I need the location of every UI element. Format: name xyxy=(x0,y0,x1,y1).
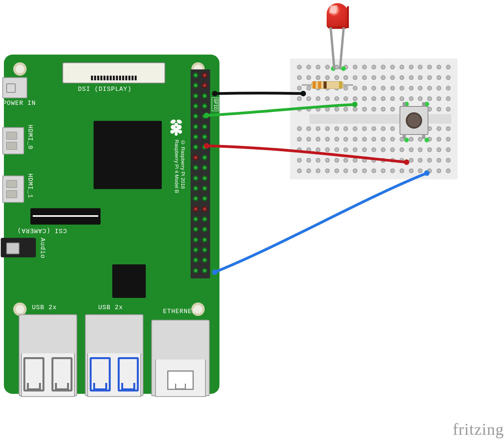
breadboard-hole xyxy=(362,96,367,101)
breadboard-hole xyxy=(362,65,367,69)
svg-point-8 xyxy=(175,133,178,136)
breadboard-hole xyxy=(306,137,311,142)
svg-point-7 xyxy=(178,130,182,134)
breadboard-hole xyxy=(306,147,311,152)
breadboard-hole xyxy=(316,65,320,69)
breadboard-hole xyxy=(362,147,367,152)
breadboard-hole xyxy=(306,158,311,163)
audio-label: Audio xyxy=(39,238,46,259)
breadboard-hole xyxy=(325,96,330,101)
gpio-label: GPIO xyxy=(212,97,219,111)
breadboard-hole xyxy=(297,158,302,163)
breadboard-hole xyxy=(343,147,348,152)
breadboard-hole xyxy=(437,65,441,69)
breadboard-hole xyxy=(381,147,386,152)
breadboard-hole xyxy=(381,107,386,112)
breadboard-hole xyxy=(334,126,339,131)
breadboard-hole xyxy=(371,147,376,152)
breadboard-hole xyxy=(418,96,423,101)
breadboard-hole xyxy=(371,107,376,112)
breadboard-hole xyxy=(334,137,339,142)
dsi-connector xyxy=(62,62,165,83)
breadboard-hole xyxy=(371,65,376,69)
gpio-button-wire xyxy=(215,173,427,272)
breadboard-hole xyxy=(437,86,441,90)
breadboard-hole xyxy=(427,147,432,152)
red-led xyxy=(327,3,358,66)
breadboard-hole xyxy=(353,168,357,173)
breadboard-hole xyxy=(316,126,320,131)
audio-jack xyxy=(1,238,36,257)
breadboard-hole xyxy=(390,126,395,131)
breadboard-hole xyxy=(400,168,404,173)
breadboard-hole xyxy=(353,86,357,90)
breadboard-hole xyxy=(334,168,339,173)
breadboard-hole xyxy=(325,168,330,173)
hdmi0-label: HDMI_0 xyxy=(27,125,34,150)
breadboard-hole xyxy=(446,137,451,142)
breadboard-hole xyxy=(306,96,311,101)
tie-point-highlight xyxy=(352,101,358,107)
breadboard-hole xyxy=(400,86,404,90)
breadboard-hole xyxy=(343,75,348,80)
breadboard-hole xyxy=(418,75,423,80)
breadboard-hole xyxy=(409,147,414,152)
breadboard-hole xyxy=(371,158,376,163)
breadboard-hole xyxy=(325,158,330,163)
breadboard-hole xyxy=(437,96,441,101)
breadboard-hole xyxy=(381,158,386,163)
breadboard-hole xyxy=(371,137,376,142)
soc-chip xyxy=(94,121,162,189)
breadboard-hole xyxy=(390,86,395,90)
breadboard-hole xyxy=(418,158,423,163)
dsi-label: DSI (DISPLAY) xyxy=(78,86,132,93)
gpio-header xyxy=(191,69,210,278)
breadboard-hole xyxy=(353,137,357,142)
breadboard-hole xyxy=(297,168,302,173)
fritzing-diagram: DSI (DISPLAY) POWER IN HDMI_0 HDMI_1 CSI… xyxy=(0,0,504,441)
model-text: Raspberry Pi 4 Model B xyxy=(174,140,180,193)
svg-point-5 xyxy=(173,128,179,133)
breadboard-hole xyxy=(409,86,414,90)
breadboard-hole xyxy=(297,126,302,131)
power-in-label: POWER IN xyxy=(3,100,36,107)
breadboard-hole xyxy=(362,107,367,112)
breadboard-hole xyxy=(418,147,423,152)
tactile-pushbutton xyxy=(400,106,428,135)
breadboard-hole xyxy=(362,126,367,131)
breadboard-hole xyxy=(427,75,432,80)
breadboard-hole xyxy=(427,158,432,163)
tie-point-highlight xyxy=(404,159,409,165)
breadboard-hole xyxy=(390,75,395,80)
breadboard-hole xyxy=(325,137,330,142)
breadboard-hole xyxy=(427,86,432,90)
breadboard-hole xyxy=(446,107,451,112)
breadboard-hole xyxy=(325,147,330,152)
csi-label: CSI (CAMERA) xyxy=(17,227,67,234)
breadboard-hole xyxy=(446,168,451,173)
breadboard-hole xyxy=(343,107,348,112)
breadboard-hole xyxy=(297,96,302,101)
breadboard-row xyxy=(297,65,451,69)
breadboard-hole xyxy=(409,65,414,69)
mount-hole xyxy=(13,303,27,316)
breadboard-hole xyxy=(343,168,348,173)
breadboard-hole xyxy=(390,158,395,163)
usb-controller-chip xyxy=(112,264,146,298)
led-lead xyxy=(329,27,335,69)
breadboard-hole xyxy=(437,75,441,80)
usb3-block xyxy=(85,314,143,396)
power-in-port xyxy=(2,77,27,98)
breadboard-hole xyxy=(325,75,330,80)
breadboard-hole xyxy=(316,75,320,80)
breadboard-hole xyxy=(409,158,414,163)
breadboard-hole xyxy=(325,107,330,112)
breadboard-hole xyxy=(446,147,451,152)
breadboard-hole xyxy=(427,96,432,101)
breadboard-hole xyxy=(297,65,302,69)
raspberry-pi-logo-icon xyxy=(169,119,183,136)
breadboard-hole xyxy=(316,107,320,112)
breadboard-row xyxy=(297,158,451,163)
breadboard-row xyxy=(297,75,451,80)
breadboard-hole xyxy=(390,147,395,152)
